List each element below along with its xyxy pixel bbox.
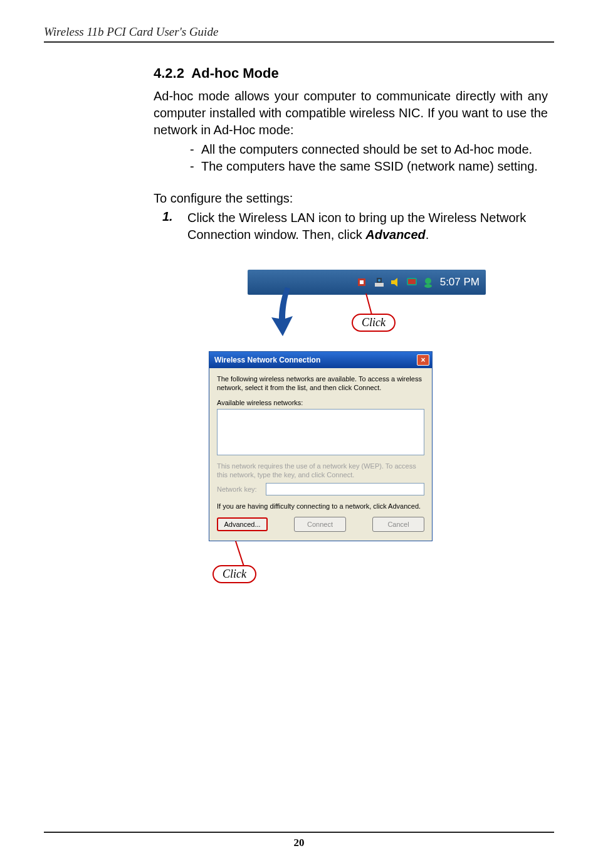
step-body: Click the Wireless LAN icon to bring up … [187, 209, 548, 243]
down-arrow-icon [266, 287, 296, 337]
step-text-post: . [426, 228, 429, 241]
svg-rect-1 [360, 280, 364, 284]
step-keyword: Advanced [365, 228, 426, 241]
cancel-button[interactable]: Cancel [372, 517, 424, 532]
header-rule [44, 41, 554, 43]
bullet-text: All the computers connected should be se… [201, 141, 548, 158]
step-text-pre: Click the Wireless LAN icon to bring up … [187, 211, 526, 241]
running-head: Wireless 11b PCI Card User's Guide [44, 25, 554, 39]
svg-marker-5 [391, 278, 397, 287]
svg-point-4 [378, 279, 380, 282]
advanced-annotation: Click [204, 541, 548, 591]
configure-lead: To configure the settings: [154, 190, 548, 207]
dialog-titlebar: Wireless Network Connection × [209, 352, 432, 368]
step-number: 1. [154, 209, 187, 243]
lan-icon[interactable] [373, 276, 386, 288]
advanced-button[interactable]: Advanced... [217, 517, 268, 531]
dialog-prompt: The following wireless networks are avai… [217, 374, 424, 393]
section-heading: 4.2.2 Ad-hoc Mode [154, 65, 548, 82]
network-key-label: Network key: [217, 485, 266, 493]
volume-icon[interactable] [389, 276, 402, 288]
click-callout: Click [212, 565, 256, 583]
tray-time: 5:07 PM [440, 276, 480, 288]
difficulty-text: If you are having difficulty connecting … [217, 502, 424, 511]
msn-icon[interactable] [422, 276, 434, 288]
dialog-title: Wireless Network Connection [214, 356, 417, 364]
list-item: - All the computers connected should be … [190, 141, 548, 158]
footer-rule [44, 832, 554, 833]
step-1: 1. Click the Wireless LAN icon to bring … [154, 209, 548, 243]
audio-icon[interactable] [357, 276, 369, 288]
callout-line [365, 294, 372, 314]
available-label: Available wireless networks: [217, 399, 424, 406]
bullet-text: The computers have the same SSID (networ… [201, 158, 548, 175]
section-title: Ad-hoc Mode [191, 65, 278, 81]
display-icon[interactable] [406, 276, 418, 288]
connect-button[interactable]: Connect [294, 517, 346, 532]
svg-rect-7 [408, 279, 416, 284]
arrow-annotation: Click [204, 295, 548, 351]
svg-rect-2 [375, 283, 384, 287]
page-number: 20 [44, 837, 554, 849]
list-item: - The computers have the same SSID (netw… [190, 158, 548, 175]
bullet-list: - All the computers connected should be … [190, 141, 548, 175]
svg-point-9 [424, 284, 432, 288]
figure-block: 5:07 PM Click Wireless Network Connectio… [204, 270, 548, 591]
section-number: 4.2.2 [154, 65, 184, 81]
click-callout: Click [352, 314, 396, 332]
svg-point-8 [425, 278, 431, 284]
close-icon[interactable]: × [417, 354, 429, 366]
network-key-input[interactable] [266, 483, 424, 495]
networks-listbox[interactable] [217, 409, 424, 455]
wireless-dialog: Wireless Network Connection × The follow… [209, 351, 433, 541]
intro-paragraph: Ad-hoc mode allows your computer to comm… [154, 88, 548, 139]
wep-note: This network requires the use of a netwo… [217, 462, 424, 480]
footer: 20 [44, 832, 554, 849]
